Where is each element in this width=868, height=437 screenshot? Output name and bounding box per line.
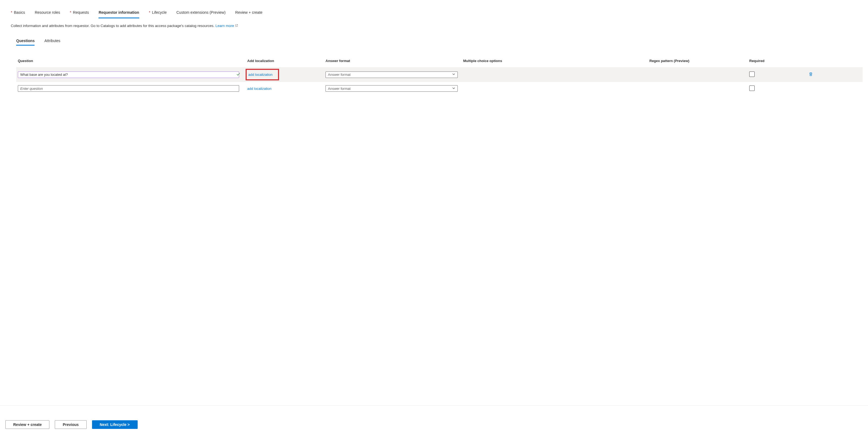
- col-multiple-choice: Multiple choice options: [462, 59, 648, 63]
- tab-review-create[interactable]: Review + create: [235, 8, 262, 18]
- tab-lifecycle[interactable]: * Lifecycle: [149, 8, 167, 18]
- tab-label: Lifecycle: [152, 10, 166, 14]
- tab-requests[interactable]: * Requests: [70, 8, 89, 18]
- tab-resource-roles[interactable]: Resource roles: [35, 8, 60, 18]
- tab-label: Requests: [73, 10, 89, 14]
- next-button[interactable]: Next: Lifecycle >: [92, 420, 138, 429]
- delete-row-button[interactable]: [809, 73, 813, 77]
- sub-tab-questions[interactable]: Questions: [16, 37, 35, 46]
- previous-button[interactable]: Previous: [55, 420, 86, 429]
- tab-label: Custom extensions (Preview): [177, 10, 226, 14]
- col-answer-format: Answer format: [324, 59, 462, 63]
- review-create-button[interactable]: Review + create: [5, 420, 50, 429]
- required-checkbox[interactable]: [749, 86, 755, 91]
- external-link-icon: [235, 24, 238, 28]
- tab-description: Collect information and attributes from …: [11, 24, 857, 28]
- wizard-tabs: * Basics Resource roles * Requests Reque…: [11, 8, 857, 18]
- chevron-down-icon: [452, 87, 455, 91]
- question-input[interactable]: [18, 85, 239, 92]
- answer-format-dropdown[interactable]: Answer format: [326, 71, 458, 78]
- required-asterisk: *: [11, 10, 12, 14]
- tab-requestor-information[interactable]: Requestor information: [98, 8, 139, 18]
- tab-label: Resource roles: [35, 10, 60, 14]
- dropdown-placeholder: Answer format: [328, 87, 350, 91]
- questions-table: Question Add localization Answer format …: [16, 54, 863, 95]
- wizard-footer: Review + create Previous Next: Lifecycle…: [0, 412, 868, 437]
- tab-label: Requestor information: [98, 10, 139, 14]
- question-input-wrap: [18, 85, 244, 92]
- dropdown-placeholder: Answer format: [328, 73, 350, 77]
- tab-basics[interactable]: * Basics: [11, 8, 25, 18]
- sub-tab-attributes[interactable]: Attributes: [44, 37, 60, 46]
- sub-tabs: Questions Attributes: [16, 37, 857, 46]
- answer-format-dropdown[interactable]: Answer format: [326, 85, 458, 92]
- table-header-row: Question Add localization Answer format …: [16, 54, 863, 67]
- sub-tab-label: Questions: [16, 39, 35, 43]
- col-required: Required: [748, 59, 807, 63]
- tab-custom-extensions[interactable]: Custom extensions (Preview): [177, 8, 226, 18]
- required-asterisk: *: [149, 10, 150, 14]
- required-asterisk: *: [70, 10, 71, 14]
- tab-label: Review + create: [235, 10, 262, 14]
- table-row: add localization Answer format: [16, 67, 863, 82]
- required-checkbox[interactable]: [749, 71, 755, 77]
- question-input[interactable]: [18, 71, 239, 78]
- add-localization-highlight: add localization: [246, 69, 279, 80]
- footer-separator: [0, 405, 868, 406]
- question-input-wrap: [18, 71, 244, 78]
- chevron-down-icon: [452, 73, 455, 77]
- description-text: Collect information and attributes from …: [11, 24, 214, 28]
- col-question: Question: [16, 59, 246, 63]
- trash-icon: [809, 72, 813, 76]
- tab-label: Basics: [14, 10, 25, 14]
- col-add-localization: Add localization: [246, 59, 324, 63]
- learn-more-link[interactable]: Learn more: [215, 24, 238, 28]
- sub-tab-label: Attributes: [44, 39, 60, 43]
- add-localization-link[interactable]: add localization: [248, 73, 273, 77]
- add-localization-link[interactable]: add localization: [247, 87, 272, 91]
- table-row: add localization Answer format: [16, 82, 863, 95]
- col-regex-pattern: Regex pattern (Preview): [648, 59, 748, 63]
